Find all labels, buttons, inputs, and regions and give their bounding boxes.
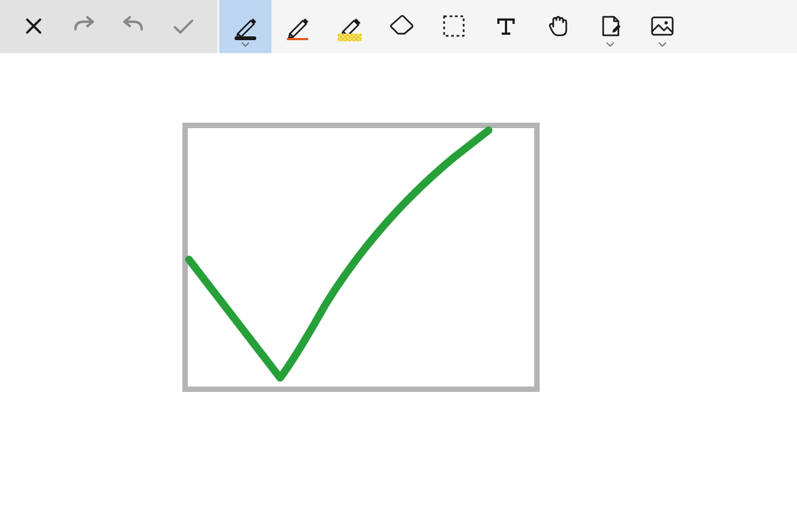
- eraser-icon: [388, 15, 415, 39]
- page-edit-tool[interactable]: [584, 0, 636, 53]
- hand-icon: [546, 14, 571, 40]
- chevron-down-icon: [658, 41, 667, 49]
- text-icon: [495, 15, 517, 39]
- pan-tool[interactable]: [532, 0, 584, 53]
- drawing-canvas[interactable]: [0, 53, 797, 532]
- close-button[interactable]: [9, 0, 59, 53]
- accept-button[interactable]: [159, 0, 208, 53]
- pen-orange-tool[interactable]: [271, 0, 324, 53]
- redo-icon: [71, 15, 96, 39]
- pen-color-swatch: [235, 36, 256, 40]
- eraser-tool[interactable]: [376, 0, 428, 53]
- check-icon: [172, 16, 195, 37]
- pen-color-swatch: [287, 38, 308, 40]
- pen-icon: [284, 13, 311, 41]
- annotation-toolbar: [0, 0, 797, 53]
- highlighter-tool[interactable]: [324, 0, 376, 53]
- select-tool[interactable]: [428, 0, 480, 53]
- toolbar-actions-group: [0, 0, 217, 53]
- insert-image-tool[interactable]: [636, 0, 688, 53]
- image-icon: [650, 15, 675, 39]
- undo-button[interactable]: [109, 0, 159, 53]
- highlighter-color-swatch: [338, 34, 362, 41]
- page-edit-icon: [598, 14, 623, 40]
- drawn-rectangle-shape[interactable]: [182, 123, 540, 392]
- pen-black-tool[interactable]: [219, 0, 271, 53]
- undo-icon: [121, 15, 146, 39]
- redo-button[interactable]: [59, 0, 109, 53]
- svg-rect-1: [652, 17, 673, 35]
- toolbar-tools-group: [217, 0, 797, 53]
- selection-icon: [442, 14, 466, 40]
- svg-point-2: [665, 21, 668, 24]
- text-tool[interactable]: [480, 0, 532, 53]
- close-icon: [23, 15, 45, 39]
- svg-rect-0: [444, 16, 464, 36]
- chevron-down-icon: [606, 41, 615, 49]
- chevron-down-icon: [241, 41, 250, 49]
